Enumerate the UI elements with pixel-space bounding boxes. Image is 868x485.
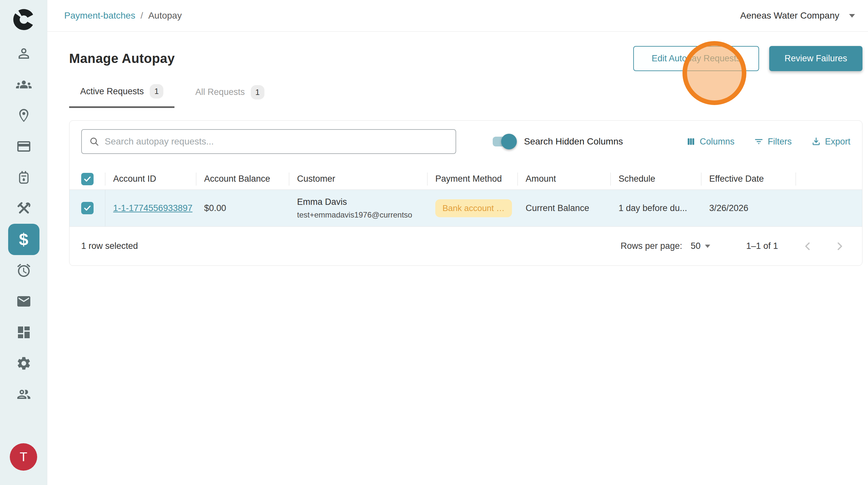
header-effective-date[interactable]: Effective Date [702, 168, 796, 189]
previous-page-button[interactable] [800, 238, 816, 254]
row-checkbox[interactable] [81, 202, 94, 214]
rows-per-page-select[interactable]: 50 [691, 241, 710, 251]
page-header: Manage Autopay Edit Autopay Requests Rev… [47, 46, 868, 71]
cell-schedule: 1 day before du... [611, 190, 702, 226]
tab-all-requests[interactable]: All Requests 1 [184, 84, 276, 108]
sidebar-item-settings[interactable] [0, 348, 47, 379]
chevron-right-icon [834, 241, 845, 252]
sidebar-item-payments[interactable]: $ [0, 224, 47, 255]
chevron-down-icon [705, 245, 710, 248]
credit-card-icon [16, 139, 32, 154]
page-title: Manage Autopay [69, 51, 175, 66]
payment-method-badge: Bank account … [435, 199, 512, 217]
rows-per-page-label: Rows per page: [621, 241, 682, 251]
sidebar-item-locations[interactable] [0, 100, 47, 131]
tab-active-requests-label: Active Requests [80, 86, 144, 96]
filter-icon [754, 137, 764, 147]
pagination-range: 1–1 of 1 [746, 241, 778, 251]
header-account-balance[interactable]: Account Balance [196, 168, 289, 189]
selection-status: 1 row selected [81, 241, 138, 251]
account-id-link[interactable]: 1-1-1774556933897 [113, 203, 192, 213]
pager [800, 238, 848, 254]
alarm-clock-icon [16, 263, 32, 278]
groups-icon [16, 77, 32, 92]
header-account-id[interactable]: Account ID [105, 168, 196, 189]
sidebar-item-meters[interactable] [0, 162, 47, 193]
user-avatar[interactable]: T [10, 443, 37, 471]
sidebar-item-tools[interactable] [0, 193, 47, 224]
hidden-columns-toggle-label: Search Hidden Columns [524, 137, 623, 147]
select-all-cell [69, 168, 105, 189]
customer-stack: Emma Davis test+emmadavis1976@currentso [297, 197, 412, 219]
check-icon [83, 175, 92, 183]
location-pin-icon [16, 108, 32, 123]
tab-all-requests-label: All Requests [195, 87, 245, 97]
hidden-columns-toggle-group: Search Hidden Columns [493, 137, 623, 147]
tab-active-requests[interactable]: Active Requests 1 [69, 84, 175, 108]
search-icon [89, 137, 99, 147]
header-schedule[interactable]: Schedule [611, 168, 702, 189]
tabs: Active Requests 1 All Requests 1 [47, 84, 868, 108]
export-button[interactable]: Export [811, 137, 850, 147]
logo-icon [12, 8, 35, 31]
customer-email: test+emmadavis1976@currentso [297, 210, 412, 219]
chevron-down-icon [849, 14, 855, 18]
header-amount[interactable]: Amount [518, 168, 611, 189]
company-selector[interactable]: Aeneas Water Company [740, 10, 855, 21]
cell-customer: Emma Davis test+emmadavis1976@currentso [289, 190, 428, 226]
payments-active-pill: $ [8, 224, 39, 255]
sidebar-item-users[interactable] [0, 379, 47, 410]
cell-spacer [796, 190, 862, 226]
sidebar-item-dashboard[interactable] [0, 317, 47, 348]
autopay-table-card: Search Hidden Columns Columns Filters Ex… [69, 120, 863, 266]
company-name: Aeneas Water Company [740, 10, 839, 21]
sidebar-item-schedules[interactable] [0, 255, 47, 286]
breadcrumb-current: Autopay [148, 10, 182, 21]
rows-per-page-value: 50 [691, 241, 701, 251]
hidden-columns-toggle[interactable] [493, 137, 514, 147]
breadcrumb: Payment-batches / Autopay [64, 10, 182, 21]
cell-amount: Current Balance [518, 190, 611, 226]
table-toolbar: Search Hidden Columns Columns Filters Ex… [69, 121, 862, 154]
table-footer: 1 row selected Rows per page: 50 1–1 of … [69, 227, 862, 266]
dollar-icon: $ [19, 230, 28, 249]
header-payment-method[interactable]: Payment Method [428, 168, 518, 189]
table-row[interactable]: 1-1-1774556933897 $0.00 Emma Davis test+… [69, 190, 862, 227]
pagination-controls: Rows per page: 50 1–1 of 1 [621, 238, 848, 254]
toggle-thumb-icon [501, 134, 517, 149]
review-failures-button[interactable]: Review Failures [769, 46, 863, 71]
app-logo[interactable] [0, 8, 47, 31]
next-page-button[interactable] [832, 238, 848, 254]
cell-account-balance: $0.00 [196, 190, 289, 226]
sidebar-nav: $ [0, 38, 47, 410]
check-icon [83, 204, 92, 212]
filters-button[interactable]: Filters [754, 137, 792, 147]
select-all-checkbox[interactable] [81, 173, 94, 185]
header-spacer [796, 168, 862, 189]
sidebar: $ T [0, 0, 47, 485]
search-input[interactable] [105, 137, 448, 147]
header-customer[interactable]: Customer [289, 168, 428, 189]
sidebar-item-messages[interactable] [0, 286, 47, 317]
dashboard-icon [16, 325, 32, 340]
edit-autopay-requests-button[interactable]: Edit Autopay Requests [633, 46, 759, 71]
filters-label: Filters [768, 137, 792, 147]
columns-button[interactable]: Columns [686, 137, 735, 147]
gear-icon [16, 356, 32, 371]
row-select-cell [69, 190, 105, 226]
columns-icon [686, 137, 696, 147]
table-header-row: Account ID Account Balance Customer Paym… [69, 168, 862, 190]
sidebar-item-billing[interactable] [0, 131, 47, 162]
main-area: Payment-batches / Autopay Aeneas Water C… [47, 0, 868, 485]
topbar: Payment-batches / Autopay Aeneas Water C… [47, 0, 868, 32]
breadcrumb-separator: / [141, 10, 143, 21]
cell-payment-method: Bank account … [428, 190, 518, 226]
grid-links: Columns Filters Export [686, 137, 850, 147]
sidebar-item-groups[interactable] [0, 69, 47, 100]
columns-label: Columns [700, 137, 735, 147]
mail-icon [16, 294, 32, 309]
avatar-initial: T [20, 450, 27, 464]
chevron-left-icon [802, 241, 813, 252]
sidebar-item-customers[interactable] [0, 38, 47, 69]
breadcrumb-parent-link[interactable]: Payment-batches [64, 10, 135, 21]
